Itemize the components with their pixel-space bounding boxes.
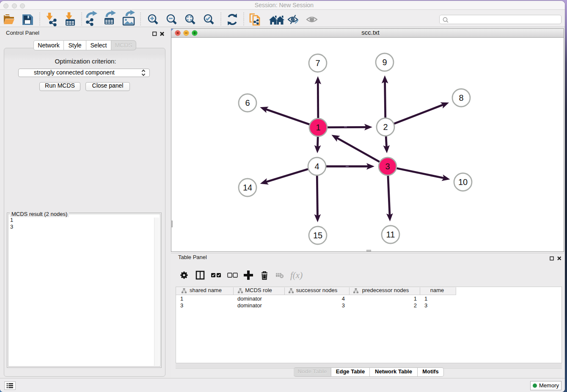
svg-text:4: 4 <box>314 162 319 171</box>
svg-text:7: 7 <box>315 58 320 68</box>
svg-text:8: 8 <box>459 93 463 102</box>
svg-text:15: 15 <box>313 231 322 240</box>
svg-text:3: 3 <box>385 162 390 171</box>
svg-text:11: 11 <box>386 230 395 239</box>
svg-text:9: 9 <box>382 58 387 67</box>
svg-text:10: 10 <box>458 177 468 187</box>
svg-text:6: 6 <box>245 98 250 108</box>
svg-text:14: 14 <box>243 183 252 192</box>
svg-text:2: 2 <box>383 122 388 132</box>
svg-text:f(x): f(x) <box>290 270 303 280</box>
svg-text:1: 1 <box>316 123 320 132</box>
